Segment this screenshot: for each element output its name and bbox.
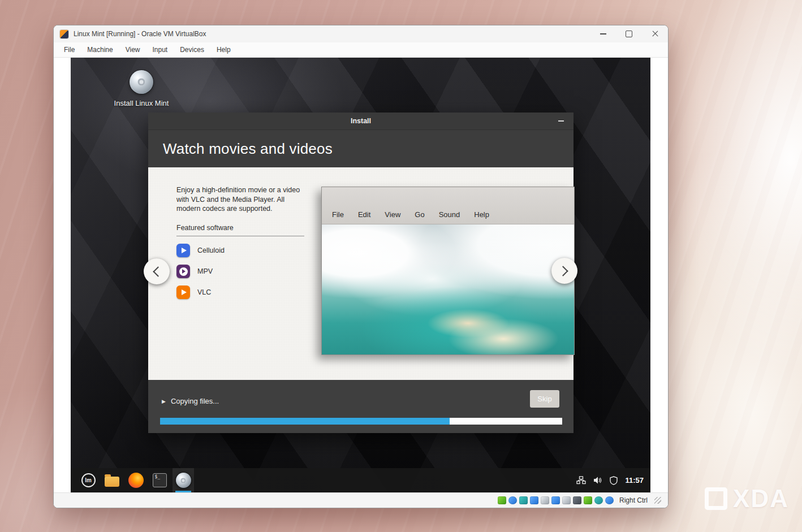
media-player-screenshot: File Edit View Go Sound Help	[321, 187, 575, 355]
maximize-icon	[626, 31, 632, 37]
play-icon	[182, 289, 187, 295]
window-title: Linux Mint [Running] - Oracle VM Virtual…	[74, 30, 206, 38]
xda-watermark-text: XDA	[733, 485, 789, 513]
menu-view[interactable]: View	[120, 44, 146, 55]
mint-logo-icon	[81, 473, 96, 487]
mouse-integration-icon[interactable]	[594, 496, 603, 504]
mint-taskbar: 11:57	[71, 468, 650, 492]
slide-description: Enjoy a high-definition movie or a video…	[176, 185, 309, 214]
menu-devices[interactable]: Devices	[174, 44, 210, 55]
slide-body: Enjoy a high-definition movie or a video…	[148, 167, 574, 380]
player-menubar: File Edit View Go Sound Help	[322, 187, 574, 224]
install-status-row[interactable]: ▶ Copying files...	[162, 397, 219, 405]
install-status-label: Copying files...	[171, 397, 219, 405]
hard-disks-icon[interactable]	[498, 496, 506, 504]
firefox-button[interactable]	[125, 468, 146, 492]
minimize-button[interactable]	[590, 25, 616, 42]
network-icon[interactable]	[576, 476, 586, 485]
clock[interactable]: 11:57	[625, 476, 644, 485]
minimize-icon	[600, 33, 606, 34]
virtualbox-titlebar[interactable]: Linux Mint [Running] - Oracle VM Virtual…	[54, 25, 668, 42]
xda-logo-icon	[705, 487, 727, 510]
window-controls	[590, 25, 668, 42]
keyboard-icon[interactable]	[605, 496, 614, 504]
installer-title: Install	[351, 117, 371, 125]
menu-file[interactable]: File	[58, 44, 80, 55]
next-slide-button[interactable]	[551, 258, 577, 284]
featured-app-mpv: MPV	[176, 265, 304, 278]
folder-icon	[105, 477, 119, 487]
player-menu-help: Help	[474, 210, 489, 219]
usb-icon[interactable]	[541, 496, 549, 504]
network-icon[interactable]	[530, 496, 538, 504]
app-label: MPV	[197, 267, 213, 275]
file-manager-button[interactable]	[101, 468, 123, 492]
display-icon[interactable]	[562, 496, 571, 504]
chevron-right-icon	[558, 266, 568, 276]
play-circle-icon	[179, 267, 188, 276]
player-menu-file: File	[332, 210, 344, 219]
player-menu-edit: Edit	[358, 210, 370, 219]
slide-heading: Watch movies and videos	[163, 140, 333, 158]
optical-drives-icon[interactable]	[508, 496, 517, 504]
menu-help[interactable]: Help	[211, 44, 236, 55]
mpv-icon	[176, 265, 190, 278]
firefox-icon	[128, 473, 144, 488]
update-manager-icon[interactable]	[610, 476, 618, 485]
expander-icon: ▶	[162, 399, 166, 404]
install-linux-mint-shortcut[interactable]: Install Linux Mint	[102, 70, 181, 107]
host-key-label: Right Ctrl	[619, 496, 648, 504]
featured-software-section: Featured software Celluloid MPV VLC	[176, 224, 304, 299]
install-progress-bar	[160, 418, 562, 425]
recording-icon[interactable]	[573, 496, 581, 504]
audio-icon[interactable]	[519, 496, 528, 504]
installer-titlebar[interactable]: Install	[148, 113, 574, 130]
resize-grip[interactable]	[654, 497, 661, 504]
cd-icon	[176, 473, 191, 488]
play-icon	[182, 248, 187, 253]
mint-menu-button[interactable]	[77, 468, 99, 492]
app-label: VLC	[197, 288, 211, 296]
virtualbox-menubar: File Machine View Input Devices Help	[54, 42, 668, 58]
previous-slide-button[interactable]	[144, 258, 170, 284]
virtualbox-logo-icon	[60, 30, 68, 38]
terminal-button[interactable]	[149, 468, 170, 492]
installer-footer: ▶ Copying files... Skip	[148, 380, 574, 433]
installer-minimize-button[interactable]	[554, 113, 568, 129]
shared-folders-icon[interactable]	[551, 496, 560, 504]
terminal-icon	[153, 473, 167, 487]
menu-machine[interactable]: Machine	[81, 44, 118, 55]
player-menu-sound: Sound	[439, 210, 460, 219]
player-video-frame	[322, 224, 574, 354]
player-menu-view: View	[385, 210, 400, 219]
vlc-icon	[176, 286, 190, 299]
skip-button[interactable]: Skip	[530, 390, 559, 408]
installer-task-button[interactable]	[173, 468, 194, 492]
volume-icon[interactable]	[593, 476, 602, 485]
app-label: Celluloid	[197, 246, 225, 254]
chevron-left-icon	[153, 266, 163, 276]
menu-input[interactable]: Input	[147, 44, 174, 55]
xda-watermark: XDA	[705, 485, 789, 513]
featured-software-heading: Featured software	[176, 224, 304, 236]
virtualbox-window: Linux Mint [Running] - Oracle VM Virtual…	[53, 25, 669, 508]
shortcut-label: Install Linux Mint	[102, 99, 181, 107]
taskbar-tray: 11:57	[576, 476, 644, 485]
featured-app-celluloid: Celluloid	[176, 244, 304, 257]
vm-screen: Install Linux Mint Install Watch movies …	[71, 58, 650, 492]
close-button[interactable]	[642, 25, 668, 42]
taskbar-launchers	[77, 468, 194, 492]
close-icon	[652, 31, 659, 38]
vm-display-area: Install Linux Mint Install Watch movies …	[54, 58, 668, 492]
install-cd-icon	[130, 70, 153, 94]
featured-app-vlc: VLC	[176, 286, 304, 299]
features-icon[interactable]	[584, 496, 592, 504]
celluloid-icon	[176, 244, 190, 257]
installer-window: Install Watch movies and videos Enjoy a …	[148, 113, 574, 432]
virtualbox-statusbar: Right Ctrl	[54, 492, 668, 508]
minimize-icon	[558, 120, 564, 122]
install-progress-fill	[160, 418, 450, 425]
maximize-button[interactable]	[616, 25, 642, 42]
player-menu-go: Go	[415, 210, 424, 219]
slide-header: Watch movies and videos	[148, 130, 574, 167]
